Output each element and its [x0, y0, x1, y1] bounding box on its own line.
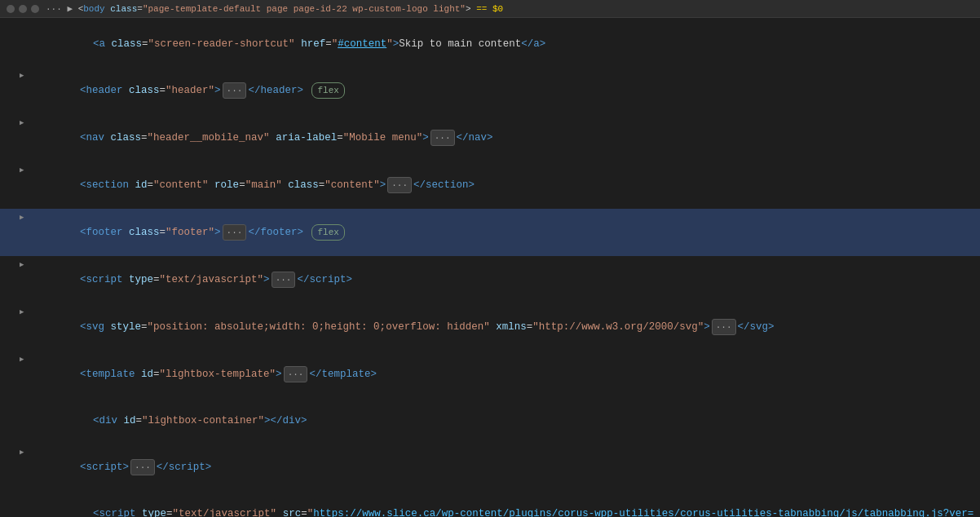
line-content-section: <section id="content" role="main" class=… [31, 162, 980, 208]
window-controls [7, 5, 39, 13]
line-script2: <script>···</script> [0, 444, 980, 491]
line-content-template: <template id="lightbox-template">···</te… [31, 351, 980, 397]
arrow-empty3 [33, 492, 44, 506]
line-script-tabnabbing: <script type="text/javascript" src="http… [0, 491, 980, 517]
dot1 [7, 5, 15, 13]
arrow-svg[interactable] [20, 304, 31, 320]
line-content-header: <header class="header">···</header> flex [31, 68, 980, 113]
arrow-header[interactable] [20, 68, 31, 83]
line-template: <template id="lightbox-template">···</te… [0, 351, 980, 398]
devtools-panel: ··· ▶ <body class="page-template-default… [0, 0, 980, 517]
line-content-nav: <nav class="header__mobile_nav" aria-lab… [31, 115, 980, 161]
line-content-footer: <footer class="footer">···</footer> flex [31, 210, 980, 255]
line-nav: <nav class="header__mobile_nav" aria-lab… [0, 114, 980, 161]
line-script1: <script type="text/javascript">···</scri… [0, 256, 980, 303]
arrow-footer[interactable] [20, 210, 31, 225]
code-area: <a class="screen-reader-shortcut" href="… [0, 18, 980, 517]
dot2 [19, 5, 27, 13]
arrow-empty2 [33, 399, 44, 413]
topbar-label: ··· ▶ <body class="page-template-default… [46, 3, 503, 14]
line-footer[interactable]: <footer class="footer">···</footer> flex [0, 209, 980, 256]
line-div-lightbox: <div id="lightbox-container"></div> [0, 398, 980, 444]
arrow-nav[interactable] [20, 115, 31, 130]
line-content-svg: <svg style="position: absolute;width: 0;… [31, 304, 980, 350]
arrow-script2[interactable] [20, 444, 31, 460]
arrow-template[interactable] [20, 351, 31, 367]
line-content-div-lightbox: <div id="lightbox-container"></div> [44, 399, 980, 443]
line-content-tabnabbing: <script type="text/javascript" src="http… [44, 492, 980, 517]
line-content-script2: <script>···</script> [31, 444, 980, 490]
arrow-empty [33, 22, 44, 37]
line-content-script1: <script type="text/javascript">···</scri… [31, 257, 980, 303]
line-content: <a class="screen-reader-shortcut" href="… [44, 22, 980, 66]
dot3 [31, 5, 39, 13]
line-header: <header class="header">···</header> flex [0, 67, 980, 114]
line-svg: <svg style="position: absolute;width: 0;… [0, 303, 980, 351]
arrow-section[interactable] [20, 162, 31, 178]
arrow-script1[interactable] [20, 257, 31, 272]
topbar: ··· ▶ <body class="page-template-default… [0, 0, 980, 18]
line-section: <section id="content" role="main" class=… [0, 161, 980, 209]
line-screen-reader: <a class="screen-reader-shortcut" href="… [0, 21, 980, 67]
